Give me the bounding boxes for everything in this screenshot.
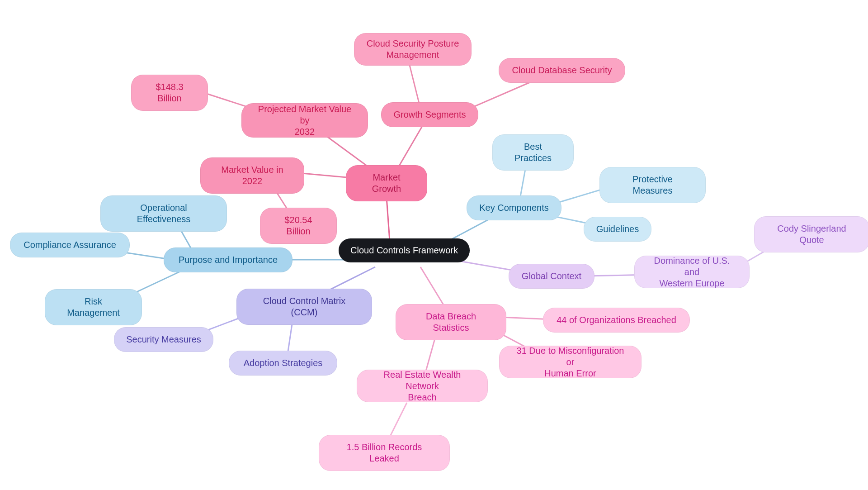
node-guidelines[interactable]: Guidelines xyxy=(584,217,651,242)
node-misconfig[interactable]: 31 Due to Misconfiguration or Human Erro… xyxy=(499,346,642,378)
node-cloud-db-security[interactable]: Cloud Database Security xyxy=(499,58,625,83)
svg-line-11 xyxy=(409,63,420,109)
node-protective-measures[interactable]: Protective Measures xyxy=(599,167,706,203)
node-risk-mgmt[interactable]: Risk Management xyxy=(45,289,142,325)
node-ccm[interactable]: Cloud Control Matrix (CCM) xyxy=(236,289,372,325)
node-op-effectiveness[interactable]: Operational Effectiveness xyxy=(100,195,227,232)
node-adoption[interactable]: Adoption Strategies xyxy=(229,351,337,376)
node-best-practices[interactable]: Best Practices xyxy=(492,134,574,171)
node-data-breach[interactable]: Data Breach Statistics xyxy=(396,304,506,340)
node-security-measures[interactable]: Security Measures xyxy=(114,327,213,352)
node-cspm[interactable]: Cloud Security Posture Management xyxy=(354,33,472,66)
node-44-orgs[interactable]: 44 of Organizations Breached xyxy=(543,308,690,333)
node-global-context[interactable]: Global Context xyxy=(509,264,594,289)
center-node[interactable]: Cloud Controls Framework xyxy=(339,238,470,262)
node-real-estate[interactable]: Real Estate Wealth Network Breach xyxy=(357,370,488,402)
node-key-components[interactable]: Key Components xyxy=(467,195,561,220)
node-quote[interactable]: Cody Slingerland Quote xyxy=(754,216,868,252)
node-growth-segments[interactable]: Growth Segments xyxy=(381,102,478,127)
node-market-growth[interactable]: Market Growth xyxy=(346,165,427,201)
mindmap-canvas: Cloud Controls Framework Market Growth M… xyxy=(0,0,868,490)
node-market-2022-value[interactable]: $20.54 Billion xyxy=(260,208,337,244)
node-projected-value[interactable]: $148.3 Billion xyxy=(131,75,208,111)
node-market-2022-label[interactable]: Market Value in 2022 xyxy=(200,157,304,194)
node-purpose[interactable]: Purpose and Importance xyxy=(164,247,292,272)
node-compliance[interactable]: Compliance Assurance xyxy=(10,233,130,257)
node-projected-label[interactable]: Projected Market Value by 2032 xyxy=(241,103,368,138)
node-dominance[interactable]: Dominance of U.S. and Western Europe xyxy=(634,256,750,288)
node-records-leaked[interactable]: 1.5 Billion Records Leaked xyxy=(319,435,450,471)
